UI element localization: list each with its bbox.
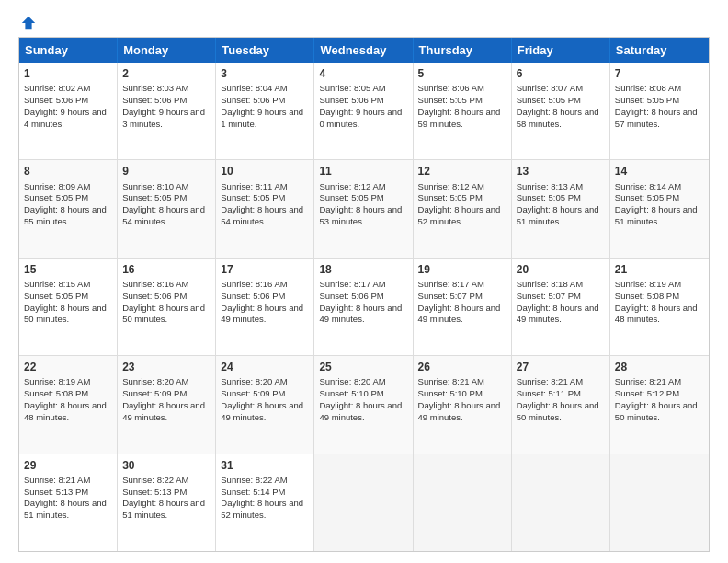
sunset-19: Sunset: 5:07 PM [418, 291, 483, 301]
day-cell-6: 6Sunrise: 8:07 AMSunset: 5:05 PMDaylight… [512, 63, 610, 159]
weekday-header-saturday: Saturday [610, 38, 709, 63]
sunset-28: Sunset: 5:12 PM [615, 388, 679, 398]
sunrise-10: Sunrise: 8:11 AM [221, 181, 287, 191]
sunset-5: Sunset: 5:05 PM [418, 95, 483, 105]
calendar-row-4: 22Sunrise: 8:19 AMSunset: 5:08 PMDayligh… [19, 355, 709, 453]
daylight-21: Daylight: 8 hours and 48 minutes. [615, 303, 698, 325]
day-number-22: 22 [24, 360, 112, 374]
day-cell-21: 21Sunrise: 8:19 AMSunset: 5:08 PMDayligh… [610, 259, 709, 355]
sunrise-19: Sunrise: 8:17 AM [418, 279, 484, 289]
page-header [18, 15, 710, 28]
day-cell-28: 28Sunrise: 8:21 AMSunset: 5:12 PMDayligh… [610, 356, 709, 453]
sunset-13: Sunset: 5:05 PM [517, 192, 581, 202]
day-number-26: 26 [418, 360, 506, 374]
sunset-4: Sunset: 5:06 PM [319, 95, 383, 105]
weekday-header-wednesday: Wednesday [314, 38, 413, 63]
daylight-30: Daylight: 8 hours and 51 minutes. [122, 498, 205, 520]
sunset-16: Sunset: 5:06 PM [122, 291, 187, 301]
day-cell-27: 27Sunrise: 8:21 AMSunset: 5:11 PMDayligh… [512, 356, 610, 453]
day-number-19: 19 [418, 262, 506, 277]
sunrise-24: Sunrise: 8:20 AM [221, 376, 287, 386]
day-cell-19: 19Sunrise: 8:17 AMSunset: 5:07 PMDayligh… [414, 259, 512, 355]
sunrise-16: Sunrise: 8:16 AM [122, 279, 188, 289]
daylight-8: Daylight: 8 hours and 55 minutes. [24, 204, 107, 226]
sunrise-26: Sunrise: 8:21 AM [418, 376, 484, 386]
day-cell-18: 18Sunrise: 8:17 AMSunset: 5:06 PMDayligh… [314, 259, 413, 355]
sunset-8: Sunset: 5:05 PM [24, 192, 88, 202]
daylight-3: Daylight: 9 hours and 1 minute. [221, 107, 303, 129]
day-number-7: 7 [615, 66, 704, 81]
daylight-24: Daylight: 8 hours and 49 minutes. [221, 400, 303, 422]
logo [18, 15, 37, 28]
sunrise-4: Sunrise: 8:05 AM [319, 83, 385, 93]
weekday-header-tuesday: Tuesday [216, 38, 314, 63]
day-cell-13: 13Sunrise: 8:13 AMSunset: 5:05 PMDayligh… [512, 160, 610, 257]
sunset-25: Sunset: 5:10 PM [319, 388, 383, 398]
sunrise-6: Sunrise: 8:07 AM [517, 83, 583, 93]
sunrise-2: Sunrise: 8:03 AM [122, 83, 188, 93]
calendar-row-5: 29Sunrise: 8:21 AMSunset: 5:13 PMDayligh… [19, 454, 709, 551]
daylight-6: Daylight: 8 hours and 58 minutes. [517, 107, 599, 129]
sunrise-14: Sunrise: 8:14 AM [615, 181, 681, 191]
day-number-24: 24 [221, 360, 309, 374]
logo-icon [20, 15, 37, 31]
daylight-14: Daylight: 8 hours and 51 minutes. [615, 204, 698, 226]
sunrise-5: Sunrise: 8:06 AM [418, 83, 484, 93]
day-cell-5: 5Sunrise: 8:06 AMSunset: 5:05 PMDaylight… [414, 63, 512, 159]
daylight-26: Daylight: 8 hours and 49 minutes. [418, 400, 501, 422]
day-number-8: 8 [24, 164, 112, 178]
day-cell-9: 9Sunrise: 8:10 AMSunset: 5:05 PMDaylight… [118, 160, 216, 257]
sunset-20: Sunset: 5:07 PM [517, 291, 581, 301]
sunrise-27: Sunrise: 8:21 AM [517, 376, 583, 386]
sunset-12: Sunset: 5:05 PM [418, 192, 483, 202]
daylight-12: Daylight: 8 hours and 52 minutes. [418, 204, 501, 226]
day-cell-2: 2Sunrise: 8:03 AMSunset: 5:06 PMDaylight… [118, 63, 216, 159]
day-cell-3: 3Sunrise: 8:04 AMSunset: 5:06 PMDaylight… [216, 63, 314, 159]
daylight-17: Daylight: 8 hours and 49 minutes. [221, 303, 303, 325]
sunset-21: Sunset: 5:08 PM [615, 291, 679, 301]
day-number-13: 13 [517, 164, 605, 178]
day-number-3: 3 [221, 66, 309, 81]
daylight-27: Daylight: 8 hours and 50 minutes. [517, 400, 599, 422]
daylight-11: Daylight: 8 hours and 53 minutes. [319, 204, 402, 226]
day-cell-12: 12Sunrise: 8:12 AMSunset: 5:05 PMDayligh… [414, 160, 512, 257]
daylight-19: Daylight: 8 hours and 49 minutes. [418, 303, 501, 325]
calendar-row-3: 15Sunrise: 8:15 AMSunset: 5:05 PMDayligh… [19, 258, 709, 355]
day-number-17: 17 [221, 262, 309, 277]
day-cell-16: 16Sunrise: 8:16 AMSunset: 5:06 PMDayligh… [118, 259, 216, 355]
sunset-6: Sunset: 5:05 PM [517, 95, 581, 105]
day-cell-26: 26Sunrise: 8:21 AMSunset: 5:10 PMDayligh… [414, 356, 512, 453]
sunrise-18: Sunrise: 8:17 AM [319, 279, 385, 289]
daylight-29: Daylight: 8 hours and 51 minutes. [24, 498, 107, 520]
day-number-2: 2 [122, 66, 210, 81]
day-number-14: 14 [615, 164, 704, 178]
day-cell-24: 24Sunrise: 8:20 AMSunset: 5:09 PMDayligh… [216, 356, 314, 453]
day-number-25: 25 [319, 360, 407, 374]
daylight-20: Daylight: 8 hours and 49 minutes. [517, 303, 599, 325]
sunset-17: Sunset: 5:06 PM [221, 291, 285, 301]
calendar-header: SundayMondayTuesdayWednesdayThursdayFrid… [19, 38, 709, 63]
sunrise-22: Sunrise: 8:19 AM [24, 376, 90, 386]
sunset-10: Sunset: 5:05 PM [221, 192, 285, 202]
day-cell-20: 20Sunrise: 8:18 AMSunset: 5:07 PMDayligh… [512, 259, 610, 355]
sunrise-8: Sunrise: 8:09 AM [24, 181, 90, 191]
weekday-header-friday: Friday [512, 38, 610, 63]
day-cell-17: 17Sunrise: 8:16 AMSunset: 5:06 PMDayligh… [216, 259, 314, 355]
day-number-21: 21 [615, 262, 704, 277]
sunset-23: Sunset: 5:09 PM [122, 388, 187, 398]
daylight-22: Daylight: 8 hours and 48 minutes. [24, 400, 107, 422]
sunrise-17: Sunrise: 8:16 AM [221, 279, 287, 289]
daylight-9: Daylight: 8 hours and 54 minutes. [122, 204, 205, 226]
day-cell-11: 11Sunrise: 8:12 AMSunset: 5:05 PMDayligh… [314, 160, 413, 257]
day-cell-8: 8Sunrise: 8:09 AMSunset: 5:05 PMDaylight… [19, 160, 118, 257]
sunrise-7: Sunrise: 8:08 AM [615, 83, 681, 93]
day-number-6: 6 [517, 66, 605, 81]
weekday-header-sunday: Sunday [19, 38, 118, 63]
empty-cell [512, 454, 610, 551]
sunrise-25: Sunrise: 8:20 AM [319, 376, 385, 386]
sunset-9: Sunset: 5:05 PM [122, 192, 187, 202]
day-cell-15: 15Sunrise: 8:15 AMSunset: 5:05 PMDayligh… [19, 259, 118, 355]
day-cell-1: 1Sunrise: 8:02 AMSunset: 5:06 PMDaylight… [19, 63, 118, 159]
sunrise-31: Sunrise: 8:22 AM [221, 475, 287, 485]
sunset-3: Sunset: 5:06 PM [221, 95, 285, 105]
